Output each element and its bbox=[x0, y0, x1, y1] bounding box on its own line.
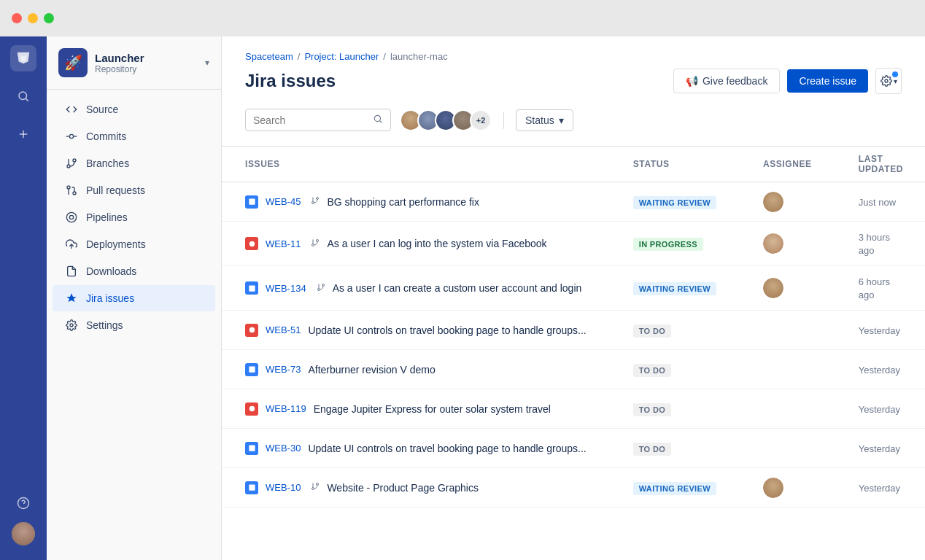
titlebar bbox=[0, 0, 925, 36]
sidebar-item-jira-issues[interactable]: Jira issues bbox=[53, 285, 215, 311]
user-avatar[interactable] bbox=[12, 522, 35, 545]
table-row[interactable]: WEB-10 Website - Product Page Graphics W… bbox=[222, 468, 925, 508]
pull-requests-icon bbox=[64, 183, 79, 198]
sidebar-item-downloads[interactable]: Downloads bbox=[53, 258, 215, 284]
issue-type-icon bbox=[245, 363, 258, 376]
issue-key[interactable]: WEB-30 bbox=[266, 443, 301, 454]
table-row[interactable]: WEB-73 Afterburner revision V demo TO DO… bbox=[222, 350, 925, 389]
breadcrumb-sep2: / bbox=[383, 51, 386, 62]
issue-status-cell: TO DO bbox=[610, 389, 740, 429]
sidebar-item-branches-label: Branches bbox=[86, 158, 129, 169]
breadcrumb-spaceteam[interactable]: Spaceteam bbox=[245, 51, 293, 62]
table-row[interactable]: WEB-30 Update UI controls on travel book… bbox=[222, 429, 925, 468]
issue-cell[interactable]: WEB-134 As a user I can create a custom … bbox=[222, 266, 610, 311]
svg-point-10 bbox=[73, 159, 76, 162]
issue-key[interactable]: WEB-134 bbox=[266, 283, 306, 294]
issue-updated-cell: 6 hours ago bbox=[835, 266, 925, 311]
issue-cell[interactable]: WEB-51 Update UI controls on travel book… bbox=[222, 311, 610, 350]
issue-key[interactable]: WEB-45 bbox=[266, 196, 301, 207]
status-filter-dropdown[interactable]: Status ▾ bbox=[516, 109, 573, 131]
issue-key[interactable]: WEB-11 bbox=[266, 238, 301, 249]
breadcrumb-sep1: / bbox=[298, 51, 301, 62]
sidebar-item-branches[interactable]: Branches bbox=[53, 150, 215, 176]
table-row[interactable]: WEB-51 Update UI controls on travel book… bbox=[222, 311, 925, 350]
table-row[interactable]: WEB-45 BG shopping cart performance fix … bbox=[222, 182, 925, 222]
search-box[interactable] bbox=[245, 109, 391, 131]
issue-cell[interactable]: WEB-45 BG shopping cart performance fix bbox=[222, 182, 610, 222]
branch-icon bbox=[311, 482, 320, 493]
add-rail-icon[interactable] bbox=[10, 121, 36, 147]
assignee-avatar bbox=[763, 192, 783, 212]
help-rail-icon[interactable] bbox=[10, 490, 36, 516]
col-last-updated: Last updated bbox=[835, 147, 925, 182]
issue-updated-cell: Yesterday bbox=[835, 429, 925, 468]
issue-assignee-cell bbox=[740, 266, 835, 311]
issue-cell[interactable]: WEB-10 Website - Product Page Graphics bbox=[222, 468, 610, 508]
sidebar-item-deployments-label: Deployments bbox=[86, 238, 146, 250]
status-badge: TO DO bbox=[633, 324, 671, 338]
table-row[interactable]: WEB-119 Engage Jupiter Express for outer… bbox=[222, 389, 925, 429]
give-feedback-button[interactable]: 📢 Give feedback bbox=[673, 69, 781, 93]
issue-assignee-cell bbox=[740, 350, 835, 389]
assignee-filter-avatars[interactable]: +2 bbox=[400, 109, 492, 131]
last-updated-text: 3 hours ago bbox=[859, 232, 890, 256]
svg-point-13 bbox=[67, 186, 70, 189]
minimize-button[interactable] bbox=[28, 13, 38, 23]
svg-rect-38 bbox=[249, 484, 255, 490]
chevron-down-icon[interactable]: ▾ bbox=[205, 58, 209, 68]
issue-cell[interactable]: WEB-73 Afterburner revision V demo bbox=[222, 350, 610, 389]
search-input[interactable] bbox=[253, 114, 368, 126]
close-button[interactable] bbox=[12, 13, 22, 23]
avatar-count[interactable]: +2 bbox=[470, 109, 492, 131]
issue-cell[interactable]: WEB-30 Update UI controls on travel book… bbox=[222, 429, 610, 468]
settings-dropdown-button[interactable]: ▾ bbox=[875, 68, 902, 94]
settings-small-icon bbox=[881, 75, 892, 87]
filters-row: +2 Status ▾ bbox=[222, 109, 925, 146]
issue-key[interactable]: WEB-119 bbox=[266, 403, 306, 414]
page-header: Jira issues 📢 Give feedback Create issue… bbox=[222, 62, 925, 109]
issue-type-icon bbox=[245, 237, 258, 250]
col-issues: Issues bbox=[222, 147, 610, 182]
status-badge: WAITING REVIEW bbox=[633, 282, 716, 295]
sidebar-item-settings[interactable]: Settings bbox=[53, 312, 215, 338]
issue-title: Engage Jupiter Express for outer solar s… bbox=[314, 403, 551, 415]
create-issue-button[interactable]: Create issue bbox=[787, 69, 868, 93]
svg-point-18 bbox=[70, 324, 73, 327]
last-updated-text: Yesterday bbox=[859, 483, 900, 494]
issue-key[interactable]: WEB-10 bbox=[266, 482, 301, 493]
megaphone-icon: 📢 bbox=[686, 75, 698, 87]
svg-point-36 bbox=[249, 406, 254, 411]
svg-point-19 bbox=[885, 79, 888, 82]
search-rail-icon[interactable] bbox=[10, 83, 36, 109]
pipelines-icon bbox=[64, 210, 79, 225]
svg-point-16 bbox=[69, 215, 73, 219]
table-row[interactable]: WEB-134 As a user I can create a custom … bbox=[222, 266, 925, 311]
svg-line-1 bbox=[26, 98, 28, 101]
sidebar-item-source[interactable]: Source bbox=[53, 96, 215, 122]
maximize-button[interactable] bbox=[44, 13, 54, 23]
jira-issues-icon bbox=[64, 291, 79, 306]
issue-cell[interactable]: WEB-11 As a user I can log into the syst… bbox=[222, 222, 610, 266]
branch-icon bbox=[317, 283, 325, 294]
issue-updated-cell: Yesterday bbox=[835, 350, 925, 389]
breadcrumb-project[interactable]: Project: Launcher bbox=[304, 51, 379, 62]
status-badge: TO DO bbox=[633, 403, 671, 416]
issue-status-cell: WAITING REVIEW bbox=[610, 468, 740, 508]
left-rail bbox=[0, 36, 47, 560]
last-updated-text: Yesterday bbox=[859, 443, 900, 454]
sidebar-item-pull-requests[interactable]: Pull requests bbox=[53, 177, 215, 203]
deployments-icon bbox=[64, 237, 79, 252]
svg-point-6 bbox=[69, 134, 73, 138]
issue-key[interactable]: WEB-51 bbox=[266, 324, 301, 335]
issue-key[interactable]: WEB-73 bbox=[266, 364, 301, 375]
bitbucket-logo[interactable] bbox=[10, 45, 36, 71]
issue-cell[interactable]: WEB-119 Engage Jupiter Express for outer… bbox=[222, 389, 610, 429]
sidebar-item-deployments[interactable]: Deployments bbox=[53, 231, 215, 257]
source-icon bbox=[64, 102, 79, 117]
status-badge: WAITING REVIEW bbox=[633, 482, 716, 495]
status-badge: TO DO bbox=[633, 364, 671, 377]
svg-rect-22 bbox=[249, 198, 255, 204]
sidebar-item-commits[interactable]: Commits bbox=[53, 123, 215, 149]
table-row[interactable]: WEB-11 As a user I can log into the syst… bbox=[222, 222, 925, 266]
sidebar-item-pipelines[interactable]: Pipelines bbox=[53, 204, 215, 230]
